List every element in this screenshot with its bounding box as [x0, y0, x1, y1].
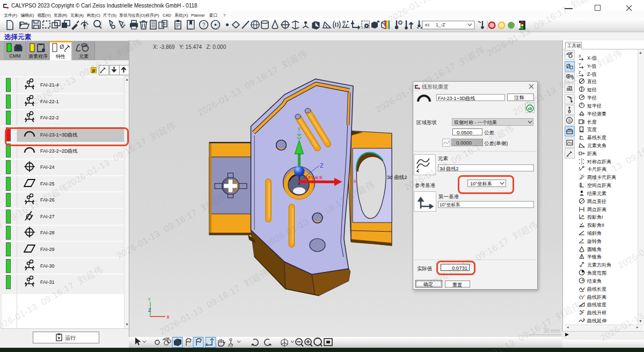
svg-text:?: ? — [202, 22, 206, 28]
svg-text:#1: #1 — [425, 23, 430, 27]
svg-text:3d 曲线2: 3d 曲线2 — [387, 174, 407, 180]
svg-text:Y: Y — [297, 126, 301, 132]
svg-text:Y: Y — [148, 297, 151, 302]
svg-text:X: X — [579, 54, 581, 58]
svg-text:x: x — [354, 178, 356, 184]
svg-text:Ø: Ø — [60, 44, 64, 50]
svg-text:S: S — [568, 118, 571, 123]
svg-text:Y: Y — [579, 62, 581, 66]
svg-text:基本坐标系: 基本坐标系 — [304, 176, 323, 180]
svg-text:Z: Z — [148, 307, 151, 313]
svg-text:30 mm: 30 mm — [543, 328, 560, 334]
svg-text:1_-Z: 1_-Z — [436, 22, 445, 27]
svg-text:X: X — [166, 314, 170, 320]
svg-text:Z: Z — [320, 162, 324, 169]
svg-text:Z: Z — [579, 70, 581, 74]
